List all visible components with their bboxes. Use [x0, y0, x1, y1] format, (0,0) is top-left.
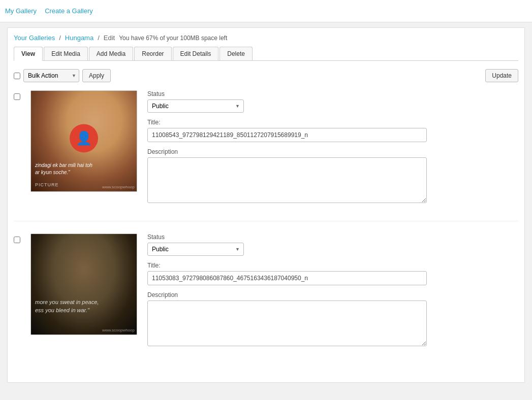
top-nav: My Gallery Create a Gallery: [0, 0, 532, 22]
breadcrumb-sep2: /: [98, 34, 100, 42]
media-checkbox-2[interactable]: [14, 237, 20, 243]
thumb-label-1: PICTURE: [35, 182, 59, 187]
space-info: You have 67% of your 100MB space left: [119, 35, 227, 42]
toolbar-right: Update: [485, 69, 518, 82]
main-container: Your Galleries / Hungama / Edit You have…: [7, 27, 525, 383]
title-label-2: Title:: [147, 262, 518, 269]
thumb-watermark-2: www.scoopwhoop: [102, 328, 135, 332]
status-select-2[interactable]: Public Private Draft: [147, 243, 244, 256]
update-button[interactable]: Update: [485, 69, 518, 82]
title-label-1: Title:: [147, 119, 518, 126]
thumb-bg-1: 👤 zindagi ek bar mili hai tohar kyun soc…: [31, 91, 137, 191]
toolbar-left: Bulk Action Delete Apply: [14, 69, 111, 82]
status-select-1[interactable]: Public Private Draft: [147, 99, 244, 113]
description-textarea-1[interactable]: [147, 157, 427, 203]
desc-label-1: Description: [147, 148, 518, 155]
field-title-row-2: Title:: [147, 262, 518, 285]
thumb-quote-2: more you sweat in peace,ess you bleed in…: [35, 298, 133, 314]
field-desc-row-1: Description: [147, 148, 518, 205]
thumb-icon-1: 👤: [70, 124, 98, 152]
description-textarea-2[interactable]: [147, 301, 427, 346]
tab-edit-details[interactable]: Edit Details: [173, 47, 219, 60]
title-input-2[interactable]: [147, 271, 427, 285]
media-item-1: 👤 zindagi ek bar mili hai tohar kyun soc…: [14, 90, 518, 221]
breadcrumb-sep1: /: [59, 34, 61, 42]
tabs-row: View Edit Media Add Media Reorder Edit D…: [14, 47, 518, 61]
my-gallery-link[interactable]: My Gallery: [5, 7, 37, 15]
bulk-action-select[interactable]: Bulk Action Delete: [23, 69, 79, 82]
media-item-2: more you sweat in peace,ess you bleed in…: [14, 234, 518, 364]
apply-button[interactable]: Apply: [82, 69, 111, 82]
media-fields-1: Status Public Private Draft Title: Descr…: [147, 90, 518, 211]
breadcrumb-edit: Edit: [104, 34, 115, 42]
media-thumbnail-2: more you sweat in peace,ess you bleed in…: [30, 234, 137, 335]
thumb-quote-1: zindagi ek bar mili hai tohar kyun soche…: [35, 162, 133, 176]
status-select-wrapper-2: Public Private Draft: [147, 243, 244, 256]
media-thumbnail-1: 👤 zindagi ek bar mili hai tohar kyun soc…: [30, 90, 137, 192]
field-status-row-1: Status Public Private Draft: [147, 90, 518, 113]
media-checkbox-1[interactable]: [14, 93, 20, 100]
bulk-action-wrapper: Bulk Action Delete: [23, 69, 79, 82]
status-label-2: Status: [147, 234, 518, 241]
thumb-watermark-1: www.scoopwhoop: [102, 185, 135, 189]
tab-view[interactable]: View: [14, 47, 43, 61]
field-title-row-1: Title:: [147, 119, 518, 142]
media-fields-2: Status Public Private Draft Title: Descr…: [147, 234, 518, 354]
breadcrumb-row: Your Galleries / Hungama / Edit You have…: [14, 34, 518, 42]
field-desc-row-2: Description: [147, 291, 518, 348]
create-gallery-link[interactable]: Create a Gallery: [45, 7, 93, 15]
status-select-wrapper-1: Public Private Draft: [147, 99, 244, 113]
tab-edit-media[interactable]: Edit Media: [44, 47, 88, 60]
status-label-1: Status: [147, 90, 518, 97]
tab-add-media[interactable]: Add Media: [89, 47, 133, 60]
thumb-bg-2: more you sweat in peace,ess you bleed in…: [31, 234, 137, 335]
breadcrumb-gallery[interactable]: Hungama: [65, 34, 93, 42]
tab-reorder[interactable]: Reorder: [134, 47, 171, 60]
tab-delete[interactable]: Delete: [220, 47, 253, 60]
field-status-row-2: Status Public Private Draft: [147, 234, 518, 256]
title-input-1[interactable]: [147, 128, 427, 142]
desc-label-2: Description: [147, 291, 518, 298]
select-all-checkbox[interactable]: [14, 73, 20, 79]
person-icon-1: 👤: [76, 130, 92, 146]
toolbar-row: Bulk Action Delete Apply Update: [14, 69, 518, 82]
breadcrumb-galleries[interactable]: Your Galleries: [14, 34, 55, 42]
